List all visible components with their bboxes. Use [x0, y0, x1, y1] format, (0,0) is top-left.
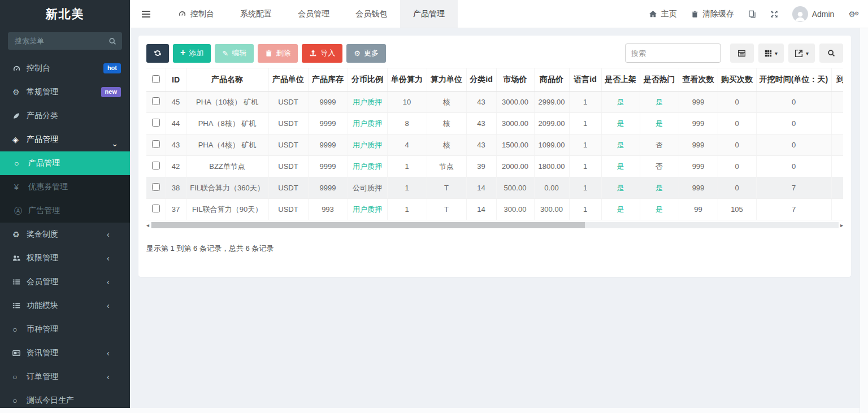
- column-header[interactable]: 查看次数: [679, 68, 718, 92]
- row-checkbox[interactable]: [152, 205, 160, 212]
- toolbar-right: ▾▾: [625, 44, 843, 63]
- column-header[interactable]: 单份算力: [387, 68, 427, 92]
- delete-button[interactable]: 删除: [258, 44, 298, 63]
- scroll-left-arrow-icon[interactable]: ◂: [146, 223, 149, 228]
- scrollbar-track[interactable]: [151, 222, 839, 228]
- row-checkbox[interactable]: [152, 119, 160, 127]
- table-row[interactable]: 37FIL联合算力（90天）USDT993用户质押1T14300.00300.0…: [146, 199, 843, 220]
- search-toggle-button[interactable]: [819, 44, 843, 63]
- row-checkbox[interactable]: [152, 140, 160, 148]
- export-button[interactable]: ▾: [788, 44, 815, 63]
- table-cell: 9999: [308, 92, 348, 113]
- user-menu[interactable]: Admin: [792, 6, 835, 22]
- checkbox-cell: [146, 92, 166, 113]
- sidebar-item[interactable]: ○订单管理‹: [0, 365, 130, 389]
- table-cell: 0: [756, 134, 831, 156]
- table-row[interactable]: 42BZZ单节点USDT9999用户质押1节点392000.001800.001…: [146, 156, 843, 177]
- horizontal-scrollbar[interactable]: ◂ ▸: [146, 221, 843, 229]
- cell-link[interactable]: 用户质押: [348, 92, 387, 113]
- table-row[interactable]: 45PHA（10核） 矿机USDT9999用户质押10核433000.00299…: [146, 92, 843, 113]
- table-cell: 0: [718, 134, 756, 156]
- cell-link[interactable]: 用户质押: [348, 199, 387, 220]
- column-header[interactable]: 购买次数: [718, 68, 756, 92]
- cell-link[interactable]: 用户质押: [348, 113, 387, 134]
- scrollbar-thumb[interactable]: [151, 222, 585, 228]
- column-header[interactable]: 分币比例: [348, 68, 387, 92]
- cell-link[interactable]: 是: [601, 134, 640, 156]
- table-row[interactable]: 43PHA（4核） 矿机USDT9999用户质押4核431500.001099.…: [146, 134, 843, 156]
- topbar-tab[interactable]: 产品管理: [400, 0, 458, 28]
- column-header[interactable]: 语言id: [569, 68, 601, 92]
- column-header[interactable]: 是否上架: [601, 68, 640, 92]
- sidebar-search-input[interactable]: [14, 36, 108, 46]
- sidebar-item[interactable]: 产品分类: [0, 104, 130, 128]
- sidebar-item[interactable]: ○产品管理: [0, 151, 130, 175]
- sidebar-item[interactable]: ♻奖金制度‹: [0, 223, 130, 246]
- cell-link[interactable]: 是: [601, 113, 640, 134]
- cell-link[interactable]: 是: [640, 113, 679, 134]
- table-cell: 300.00: [496, 199, 534, 220]
- table-row[interactable]: 44PHA（8核） 矿机USDT9999用户质押8核433000.002099.…: [146, 113, 843, 134]
- page-horizontal-scrollbar[interactable]: [0, 408, 860, 413]
- topbar-tab[interactable]: 会员管理: [285, 0, 342, 28]
- cell-link[interactable]: 是: [601, 177, 640, 199]
- column-header[interactable]: 到期时: [831, 68, 843, 92]
- sidebar-item[interactable]: ¥优惠券管理: [0, 175, 130, 199]
- column-header[interactable]: 分类id: [466, 68, 496, 92]
- topbar-tab[interactable]: 控制台: [165, 0, 227, 28]
- column-header[interactable]: 市场价: [496, 68, 534, 92]
- sidebar-item[interactable]: Ⓐ广告管理: [0, 199, 130, 223]
- row-checkbox[interactable]: [152, 162, 160, 169]
- cell-link[interactable]: 是: [640, 92, 679, 113]
- column-header[interactable]: 开挖时间(单位：天): [756, 68, 831, 92]
- column-header[interactable]: ID: [166, 68, 186, 92]
- column-header[interactable]: 是否热门: [640, 68, 679, 92]
- sidebar-item[interactable]: 资讯管理‹: [0, 341, 130, 365]
- cell-link[interactable]: 是: [601, 156, 640, 177]
- page-vertical-scrollbar[interactable]: [860, 28, 868, 413]
- cell-link[interactable]: 用户质押: [348, 156, 387, 177]
- table-row[interactable]: 38FIL联合算力（360天）USDT9999公司质押1T14500.000.0…: [146, 177, 843, 199]
- home-link[interactable]: 主页: [649, 9, 677, 19]
- cell-link[interactable]: 是: [640, 177, 679, 199]
- add-button[interactable]: +添加: [173, 44, 211, 63]
- docs-button[interactable]: [748, 10, 756, 18]
- settings-button[interactable]: ⚙⚙: [848, 10, 859, 18]
- sidebar-item[interactable]: ○币种管理: [0, 318, 130, 341]
- cell-link[interactable]: 用户质押: [348, 134, 387, 156]
- scroll-right-arrow-icon[interactable]: ▸: [840, 223, 843, 228]
- sidebar-item[interactable]: 控制台hot: [0, 56, 130, 80]
- cell-link[interactable]: 是: [601, 92, 640, 113]
- users-icon: [12, 254, 27, 262]
- select-all-checkbox[interactable]: [152, 75, 160, 83]
- refresh-button[interactable]: [146, 44, 169, 63]
- sidebar-item[interactable]: 权限管理‹: [0, 246, 130, 270]
- topbar-tab[interactable]: 会员钱包: [342, 0, 400, 28]
- topbar-tab[interactable]: 系统配置: [227, 0, 285, 28]
- detail-view-button[interactable]: [730, 44, 754, 63]
- fullscreen-button[interactable]: [770, 10, 778, 18]
- menu-toggle-button[interactable]: [133, 0, 158, 28]
- table-cell: 999: [679, 92, 718, 113]
- more-button[interactable]: ⚙更多: [346, 44, 386, 63]
- cell-link[interactable]: 是: [601, 199, 640, 220]
- edit-button[interactable]: ✎编辑: [215, 44, 254, 63]
- table-cell: 39: [466, 156, 496, 177]
- row-checkbox[interactable]: [152, 97, 160, 105]
- column-header[interactable]: 产品名称: [186, 68, 268, 92]
- sidebar-item[interactable]: 会员管理‹: [0, 270, 130, 294]
- table-search-input[interactable]: [625, 44, 721, 63]
- column-header[interactable]: 产品单位: [268, 68, 308, 92]
- sidebar-item[interactable]: 功能模块‹: [0, 294, 130, 318]
- column-header[interactable]: 产品库存: [308, 68, 348, 92]
- clear-cache-button[interactable]: 清除缓存: [691, 9, 734, 19]
- cell-link[interactable]: 是: [640, 199, 679, 220]
- import-button[interactable]: 导入: [302, 44, 342, 63]
- columns-button[interactable]: ▾: [758, 44, 784, 63]
- sidebar-item[interactable]: ◈产品管理‹: [0, 128, 130, 151]
- table-cell: 1: [569, 199, 601, 220]
- row-checkbox[interactable]: [152, 183, 160, 191]
- column-header[interactable]: 算力单位: [427, 68, 466, 92]
- column-header[interactable]: 商品价: [534, 68, 569, 92]
- sidebar-item[interactable]: ⚙常规管理new: [0, 80, 130, 104]
